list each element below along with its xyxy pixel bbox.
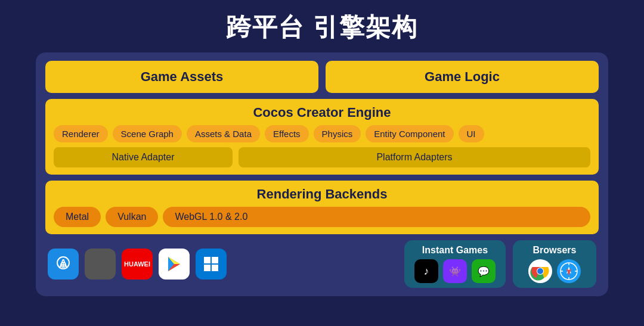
top-row: Game Assets Game Logic: [45, 61, 599, 93]
platform-adapters-label: Platform Adapters: [376, 152, 452, 163]
windows-icon: [196, 249, 227, 280]
native-adapter-box: Native Adapter: [54, 147, 233, 167]
game-icon: 👾: [443, 259, 467, 283]
instant-icons-row: ♪ 👾 💬: [414, 259, 496, 283]
pill-ui: UI: [459, 125, 484, 142]
pill-webgl: WebGL 1.0 & 2.0: [163, 207, 590, 227]
svg-text:♪: ♪: [424, 265, 429, 277]
svg-rect-7: [204, 257, 210, 263]
engine-box: Cocos Creator Engine Renderer Scene Grap…: [45, 99, 599, 175]
svg-rect-8: [212, 257, 218, 263]
engine-pills-row: Renderer Scene Graph Assets & Data Effec…: [54, 125, 590, 142]
engine-adapters-row: Native Adapter Platform Adapters: [54, 147, 590, 167]
pill-assets-data: Assets & Data: [187, 125, 260, 142]
native-icons: A ⊕ HUAWEI: [48, 249, 227, 280]
engine-title: Cocos Creator Engine: [54, 105, 590, 120]
tiktok-icon: ♪: [414, 259, 438, 283]
page-title: 跨平台 引擎架构: [226, 11, 418, 44]
browsers-title: Browsers: [533, 245, 577, 256]
pill-vulkan: Vulkan: [106, 207, 158, 227]
platform-adapters-box: Platform Adapters: [239, 147, 590, 167]
pill-physics: Physics: [314, 125, 361, 142]
native-adapter-label: Native Adapter: [112, 152, 175, 163]
game-logic-box: Game Logic: [326, 61, 599, 93]
svg-text:👾: 👾: [449, 266, 461, 277]
rendering-pills-row: Metal Vulkan WebGL 1.0 & 2.0: [54, 207, 590, 227]
instant-games-title: Instant Games: [422, 245, 488, 256]
svg-text:💬: 💬: [478, 266, 490, 277]
game-logic-label: Game Logic: [425, 69, 500, 85]
pill-metal: Metal: [54, 207, 101, 227]
wechat-icon: 💬: [472, 259, 496, 283]
svg-rect-9: [204, 265, 210, 271]
instant-games-box: Instant Games ♪ 👾: [404, 240, 506, 288]
playstore-icon: [159, 249, 190, 280]
svg-rect-10: [212, 265, 218, 271]
apple-icon: [85, 249, 116, 280]
game-assets-box: Game Assets: [45, 61, 318, 93]
rendering-title: Rendering Backends: [54, 187, 590, 202]
svg-text:⊕: ⊕: [60, 260, 67, 269]
safari-icon: [557, 259, 581, 283]
game-assets-label: Game Assets: [141, 69, 224, 85]
main-container: Game Assets Game Logic Cocos Creator Eng…: [36, 52, 608, 296]
pill-renderer: Renderer: [54, 125, 108, 142]
bottom-row: A ⊕ HUAWEI: [45, 240, 599, 288]
browsers-icons-row: [528, 259, 581, 283]
browsers-box: Browsers: [513, 240, 596, 288]
svg-point-18: [537, 268, 543, 274]
rendering-box: Rendering Backends Metal Vulkan WebGL 1.…: [45, 181, 599, 234]
appstore-icon: A ⊕: [48, 249, 79, 280]
pill-scene-graph: Scene Graph: [113, 125, 182, 142]
huawei-icon: HUAWEI: [122, 249, 153, 280]
pill-entity-component: Entity Component: [366, 125, 453, 142]
pill-effects: Effects: [265, 125, 309, 142]
chrome-icon: [528, 259, 552, 283]
